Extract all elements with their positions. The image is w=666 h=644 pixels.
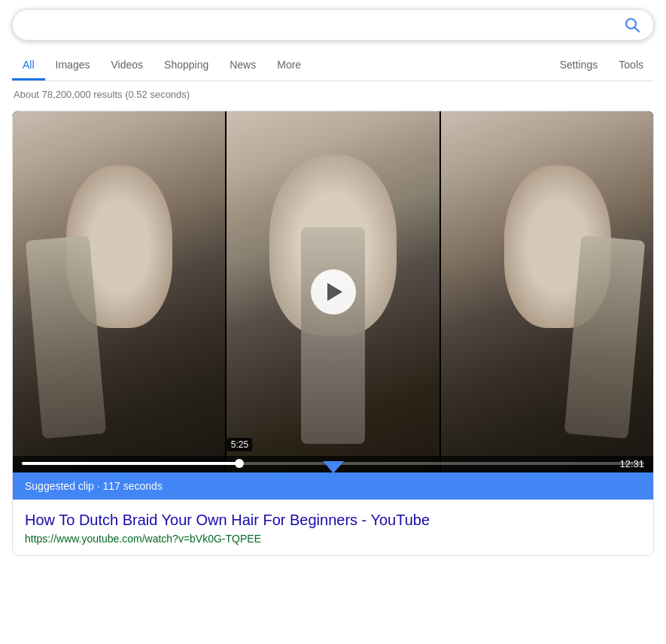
nav-tabs: All Images Videos Shopping News More Set…: [12, 51, 654, 81]
time-total: 12:31: [619, 458, 644, 469]
video-panel-1: [13, 111, 225, 472]
video-result-info: How To Dutch Braid Your Own Hair For Beg…: [13, 500, 653, 555]
time-tooltip: 5:25: [227, 438, 252, 451]
progress-bar-fill: [22, 462, 239, 465]
svg-line-1: [635, 28, 640, 32]
video-thumbnail[interactable]: 5:25 12:31: [13, 111, 653, 472]
tab-videos[interactable]: Videos: [100, 51, 154, 80]
video-panel-3: [441, 111, 653, 472]
tab-shopping[interactable]: Shopping: [154, 51, 219, 80]
tab-all[interactable]: All: [12, 51, 45, 80]
search-input[interactable]: how to braid your own hair: [25, 17, 623, 33]
suggested-clip-text: Suggested clip · 117 seconds: [25, 480, 163, 492]
search-icon: [623, 16, 641, 34]
tab-more[interactable]: More: [266, 51, 312, 80]
video-url: https://www.youtube.com/watch?v=bVk0G-TQ…: [25, 533, 641, 545]
nav-right: Settings Tools: [549, 51, 654, 80]
clip-pointer: [323, 461, 344, 472]
search-bar: how to braid your own hair: [12, 9, 654, 41]
tab-news[interactable]: News: [219, 51, 266, 80]
search-button[interactable]: [623, 16, 641, 34]
tab-settings[interactable]: Settings: [549, 51, 609, 80]
play-icon: [327, 283, 342, 301]
tab-tools[interactable]: Tools: [608, 51, 654, 80]
play-button-overlay: [311, 269, 356, 314]
play-button[interactable]: [311, 269, 356, 314]
tab-images[interactable]: Images: [45, 51, 101, 80]
video-thumbnail-outer: 5:25 12:31: [13, 111, 653, 472]
video-title-link[interactable]: How To Dutch Braid Your Own Hair For Beg…: [25, 510, 641, 530]
results-count: About 78,200,000 results (0.52 seconds): [12, 89, 654, 100]
video-card: 5:25 12:31 Suggested clip · 117 seconds …: [12, 111, 654, 556]
suggested-clip-bar: Suggested clip · 117 seconds: [13, 472, 653, 500]
